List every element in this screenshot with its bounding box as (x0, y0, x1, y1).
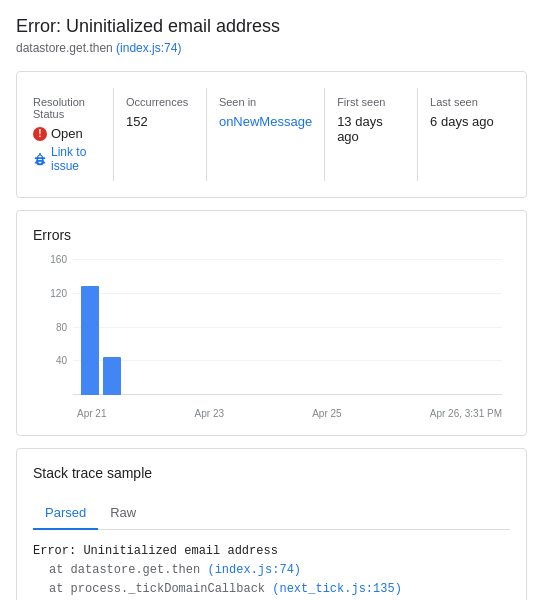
seen-in-label: Seen in (219, 96, 312, 108)
stats-row: Resolution Status ! Open Link to issue O… (33, 88, 510, 181)
breadcrumb: datastore.get.then (index.js:74) (16, 41, 527, 55)
x-axis-labels: Apr 21 Apr 23 Apr 25 Apr 26, 3:31 PM (73, 395, 502, 419)
link-to-issue-button[interactable]: Link to issue (33, 145, 101, 173)
tab-parsed[interactable]: Parsed (33, 497, 98, 530)
seen-in-cell: Seen in onNewMessage (207, 88, 325, 181)
resolution-status-label: Resolution Status (33, 96, 101, 120)
error-icon: ! (33, 127, 47, 141)
at-line-1: at datastore.get.then (index.js:74) (33, 561, 510, 580)
tab-raw[interactable]: Raw (98, 497, 148, 530)
bar-2 (103, 357, 121, 395)
y-label-160: 160 (37, 254, 67, 265)
breadcrumb-link[interactable]: (index.js:74) (116, 41, 181, 55)
errors-chart-card: Errors 160 120 80 40 (16, 210, 527, 436)
page-title: Error: Uninitialized email address (16, 16, 527, 37)
y-label-40: 40 (37, 355, 67, 366)
status-open: ! Open (33, 126, 101, 141)
stack-trace-card: Stack trace sample Parsed Raw Error: Uni… (16, 448, 527, 600)
bug-icon (33, 152, 47, 166)
stack-trace-title: Stack trace sample (33, 465, 510, 481)
breadcrumb-text: datastore.get.then (16, 41, 116, 55)
seen-in-value[interactable]: onNewMessage (219, 114, 312, 129)
code-block: Error: Uninitialized email address at da… (33, 542, 510, 600)
x-label-apr21: Apr 21 (77, 408, 106, 419)
chart-area: 160 120 80 40 (73, 259, 502, 419)
x-label-apr25: Apr 25 (312, 408, 341, 419)
last-seen-value: 6 days ago (430, 114, 498, 129)
occurrences-cell: Occurrences 152 (114, 88, 207, 181)
last-seen-label: Last seen (430, 96, 498, 108)
at-line-1-prefix: at datastore.get.then (49, 563, 207, 577)
open-label: Open (51, 126, 83, 141)
chart-title: Errors (33, 227, 510, 243)
y-label-80: 80 (37, 322, 67, 333)
first-seen-cell: First seen 13 days ago (325, 88, 418, 181)
tabs: Parsed Raw (33, 497, 510, 530)
at-line-2: at process._tickDomainCallback (next_tic… (33, 580, 510, 599)
first-seen-label: First seen (337, 96, 405, 108)
bar-1 (81, 286, 99, 395)
x-label-apr23: Apr 23 (195, 408, 224, 419)
at-line-2-link[interactable]: (next_tick.js:135) (272, 582, 402, 596)
resolution-status-cell: Resolution Status ! Open Link to issue (33, 88, 114, 181)
y-label-120: 120 (37, 288, 67, 299)
last-seen-cell: Last seen 6 days ago (418, 88, 510, 181)
occurrences-value: 152 (126, 114, 194, 129)
resolution-status-value: ! Open Link to issue (33, 126, 101, 173)
x-label-apr26: Apr 26, 3:31 PM (430, 408, 502, 419)
error-line: Error: Uninitialized email address (33, 542, 510, 561)
bars-container (73, 259, 502, 395)
at-line-2-prefix: at process._tickDomainCallback (49, 582, 272, 596)
at-line-1-link[interactable]: (index.js:74) (207, 563, 301, 577)
stats-card: Resolution Status ! Open Link to issue O… (16, 71, 527, 198)
occurrences-label: Occurrences (126, 96, 194, 108)
first-seen-value: 13 days ago (337, 114, 405, 144)
link-to-issue-label: Link to issue (51, 145, 101, 173)
